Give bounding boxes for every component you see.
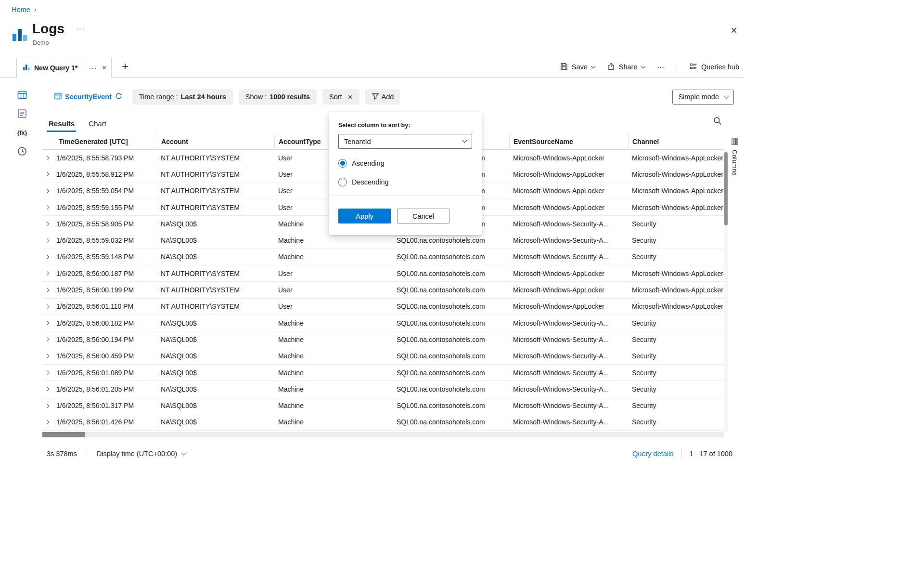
table-row[interactable]: 1/6/2025, 8:56:00.199 PM NT AUTHORITY\SY… [42, 282, 724, 298]
row-expand-chevron-icon[interactable] [45, 304, 50, 309]
col-account[interactable]: Account [157, 134, 274, 150]
table-row[interactable]: 1/6/2025, 8:56:01.089 PM NA\SQL00$ Machi… [42, 365, 724, 381]
tab-close-icon[interactable]: × [101, 64, 107, 72]
tab-results[interactable]: Results [49, 119, 75, 132]
search-icon[interactable] [713, 116, 724, 127]
columns-pane-label: Columns [731, 150, 738, 175]
descending-label: Descending [352, 178, 389, 186]
time-range-pill[interactable]: Time range : Last 24 hours [132, 89, 233, 105]
sort-column-dropdown[interactable]: TenantId [338, 134, 472, 149]
vertical-scrollbar-thumb[interactable] [724, 152, 728, 225]
chevron-down-icon [724, 93, 729, 98]
cell-timegenerated: 1/6/2025, 8:56:00.459 PM [42, 352, 157, 360]
row-expand-chevron-icon[interactable] [45, 222, 50, 226]
row-expand-chevron-icon[interactable] [45, 271, 50, 276]
sidebar-item-tables[interactable] [16, 91, 28, 100]
row-expand-chevron-icon[interactable] [45, 420, 50, 424]
row-expand-chevron-icon[interactable] [45, 403, 50, 408]
queries-hub-button[interactable]: Queries hub [690, 63, 739, 72]
display-time-selector[interactable]: Display time (UTC+00:00) [97, 450, 185, 458]
row-expand-chevron-icon[interactable] [45, 205, 50, 210]
columns-pane-toggle[interactable]: Columns [731, 138, 738, 175]
sort-pill[interactable]: Sort × [322, 89, 359, 105]
table-row[interactable]: 1/6/2025, 8:56:00.182 PM NA\SQL00$ Machi… [42, 315, 724, 331]
table-row[interactable]: 1/6/2025, 8:56:01.110 PM NT AUTHORITY\SY… [42, 299, 724, 315]
cell-channel: Microsoft-Windows-AppLocker [628, 154, 724, 162]
page-more-icon[interactable]: ··· [76, 24, 85, 32]
vertical-scrollbar[interactable] [724, 150, 728, 432]
cell-account: NA\SQL00$ [157, 220, 274, 228]
cell-timegenerated: 1/6/2025, 8:55:59.032 PM [42, 236, 157, 244]
cell-channel: Security [628, 369, 724, 377]
more-actions-icon[interactable]: ··· [657, 63, 665, 71]
save-button[interactable]: Save [560, 63, 595, 72]
row-expand-chevron-icon[interactable] [45, 321, 50, 326]
table-row[interactable]: 1/6/2025, 8:56:01.426 PM NA\SQL00$ Machi… [42, 414, 724, 431]
cell-accounttype: User [274, 286, 393, 294]
cancel-button[interactable]: Cancel [397, 209, 449, 223]
query-tab-label: New Query 1* [34, 64, 77, 72]
refresh-icon[interactable] [115, 92, 122, 101]
row-expand-chevron-icon[interactable] [45, 254, 50, 259]
sidebar-item-query-history[interactable] [16, 147, 28, 157]
table-row[interactable]: 1/6/2025, 8:56:00.187 PM NT AUTHORITY\SY… [42, 265, 724, 282]
horizontal-scrollbar-thumb[interactable] [42, 432, 85, 437]
breadcrumb-home-link[interactable]: Home [12, 6, 30, 13]
row-expand-chevron-icon[interactable] [45, 156, 50, 160]
close-icon[interactable]: × [727, 23, 741, 38]
cell-timegenerated: 1/6/2025, 8:55:58.793 PM [42, 154, 157, 162]
cell-channel: Microsoft-Windows-AppLocker [628, 204, 724, 211]
row-expand-chevron-icon[interactable] [45, 370, 50, 375]
page-subtitle: Demo [33, 39, 49, 46]
share-button[interactable]: Share [607, 63, 645, 72]
query-tab-icon [23, 63, 30, 72]
col-timegenerated[interactable]: TimeGenerated [UTC] [42, 134, 157, 150]
share-icon [607, 63, 615, 72]
cell-channel: Security [628, 319, 724, 327]
cell-timegenerated: 1/6/2025, 8:56:00.187 PM [42, 270, 157, 277]
mode-selector[interactable]: Simple mode [672, 90, 734, 105]
sidebar-item-functions[interactable]: {fx} [16, 128, 28, 138]
cell-computer: SQL00.na.contosohotels.com [393, 369, 509, 377]
table-row[interactable]: 1/6/2025, 8:56:01.317 PM NA\SQL00$ Machi… [42, 397, 724, 414]
row-expand-chevron-icon[interactable] [45, 288, 50, 292]
row-expand-chevron-icon[interactable] [45, 354, 50, 358]
add-tab-button[interactable]: + [118, 60, 132, 73]
cell-account: NT AUTHORITY\SYSTEM [157, 171, 274, 178]
table-row[interactable]: 1/6/2025, 8:56:01.205 PM NA\SQL00$ Machi… [42, 381, 724, 397]
remove-sort-icon[interactable]: × [348, 93, 353, 101]
col-channel[interactable]: Channel [628, 134, 724, 150]
cell-timegenerated: 1/6/2025, 8:56:01.089 PM [42, 369, 157, 377]
col-eventsourcename[interactable]: EventSourceName [509, 134, 628, 150]
row-expand-chevron-icon[interactable] [45, 337, 50, 342]
page-title: Logs [32, 21, 64, 37]
row-expand-chevron-icon[interactable] [45, 172, 50, 177]
cell-channel: Security [628, 418, 724, 426]
show-results-pill[interactable]: Show : 1000 results [239, 89, 317, 105]
descending-radio[interactable]: Descending [338, 178, 472, 186]
ascending-radio[interactable]: Ascending [338, 159, 472, 168]
radio-selected-icon[interactable] [338, 159, 347, 168]
apply-button[interactable]: Apply [338, 209, 391, 223]
table-row[interactable]: 1/6/2025, 8:56:00.194 PM NA\SQL00$ Machi… [42, 331, 724, 348]
row-expand-chevron-icon[interactable] [45, 387, 50, 392]
breadcrumb: Home › [12, 5, 37, 13]
row-expand-chevron-icon[interactable] [45, 188, 50, 193]
radio-unselected-icon[interactable] [338, 178, 347, 186]
chevron-down-icon [641, 64, 645, 68]
row-expand-chevron-icon[interactable] [45, 238, 50, 243]
cell-timegenerated: 1/6/2025, 8:56:01.426 PM [42, 418, 157, 426]
query-details-link[interactable]: Query details [632, 450, 673, 458]
table-icon [54, 92, 62, 101]
tab-chart[interactable]: Chart [89, 119, 106, 132]
filter-toolbar: SecurityEvent Time range : Last 24 hours… [42, 89, 734, 105]
tab-more-icon[interactable]: ··· [89, 64, 97, 72]
horizontal-scrollbar[interactable] [42, 432, 724, 437]
selected-table-chip[interactable]: SecurityEvent [42, 92, 122, 101]
cell-eventsourcename: Microsoft-Windows-AppLocker [509, 171, 628, 178]
add-filter-pill[interactable]: Add [365, 89, 401, 105]
table-row[interactable]: 1/6/2025, 8:56:00.459 PM NA\SQL00$ Machi… [42, 348, 724, 365]
table-row[interactable]: 1/6/2025, 8:55:59.148 PM NA\SQL00$ Machi… [42, 249, 724, 265]
sidebar-item-queries[interactable] [16, 109, 28, 119]
tab-new-query-1[interactable]: New Query 1* ··· × [16, 57, 112, 78]
